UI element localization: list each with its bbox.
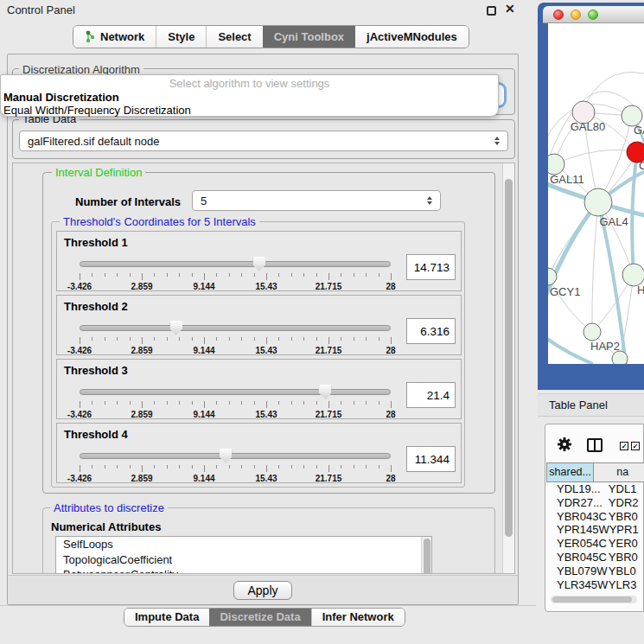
- node-label: HAP2: [590, 340, 620, 353]
- slider-thumb[interactable]: [220, 449, 233, 463]
- list-scrollbar-thumb[interactable]: [424, 539, 430, 574]
- table-cell[interactable]: YIL052C: [546, 591, 609, 593]
- checkbox-icon[interactable]: ✓: [631, 442, 640, 450]
- tab-impute-data[interactable]: Impute Data: [124, 609, 209, 626]
- network-node[interactable]: [583, 323, 601, 341]
- slider-thumb[interactable]: [319, 385, 332, 399]
- attribute-list-item[interactable]: SelfLoops: [56, 537, 431, 552]
- table-row[interactable]: YER054CYER0: [546, 537, 644, 551]
- table-cell[interactable]: YDL19...: [546, 482, 609, 496]
- node-label: GAL4: [599, 215, 628, 228]
- slider-thumb[interactable]: [252, 257, 265, 271]
- tick: [254, 273, 255, 277]
- stepper-arrows-icon[interactable]: [494, 137, 500, 145]
- tick: [391, 337, 392, 344]
- table-cell[interactable]: YBR0: [609, 551, 644, 564]
- threshold-slider[interactable]: -3.4262.8599.14415.4321.71528: [80, 256, 391, 290]
- tab-network[interactable]: Network: [73, 26, 156, 48]
- columns-icon[interactable]: [587, 438, 603, 452]
- column-header-shared-name[interactable]: shared...: [546, 462, 594, 482]
- tab-infer-network[interactable]: Infer Network: [311, 609, 405, 626]
- slider-track[interactable]: [80, 453, 391, 459]
- table-cell[interactable]: YBR043C: [546, 510, 609, 524]
- tick: [328, 273, 329, 280]
- horizontal-scrollbar[interactable]: [551, 596, 637, 603]
- attribute-list-item[interactable]: TopologicalCoefficient: [56, 552, 431, 568]
- tick: [266, 401, 267, 408]
- table-cell[interactable]: YPR145W: [546, 523, 609, 537]
- table-cell[interactable]: YDR2: [609, 496, 644, 510]
- threshold-value-box[interactable]: 6.316: [406, 318, 456, 344]
- table-cell[interactable]: YDL1: [609, 482, 644, 496]
- network-window-titlebar[interactable]: [543, 6, 644, 23]
- threshold-value-box[interactable]: 14.713: [406, 254, 456, 280]
- horizontal-scrollbar-thumb[interactable]: [552, 596, 632, 603]
- network-node[interactable]: [548, 154, 564, 175]
- numerical-attributes-list[interactable]: SelfLoopsTopologicalCoefficientBetweenne…: [55, 536, 432, 574]
- control-panel: Control Panel ✕ Network Style Select Cyn…: [0, 0, 536, 644]
- zoom-traffic-light-icon[interactable]: [588, 10, 598, 20]
- threshold-value-box[interactable]: 11.344: [406, 446, 456, 472]
- dropdown-option-manual-discretization[interactable]: Manual Discretization: [1, 91, 498, 104]
- vertical-scrollbar-thumb[interactable]: [505, 179, 513, 537]
- apply-button[interactable]: Apply: [233, 581, 292, 600]
- close-traffic-light-icon[interactable]: [553, 10, 564, 20]
- tick: [105, 273, 105, 277]
- slider-track[interactable]: [80, 325, 391, 331]
- dropdown-placeholder-option[interactable]: Select algorithm to view settings: [1, 77, 498, 91]
- tab-discretize-data[interactable]: Discretize Data: [209, 609, 310, 626]
- close-icon[interactable]: ✕: [505, 2, 515, 16]
- tick: [154, 401, 155, 405]
- tab-style[interactable]: Style: [156, 26, 206, 48]
- slider-track[interactable]: [80, 261, 391, 267]
- tick-label: 2.859: [131, 346, 152, 355]
- table-data-combobox[interactable]: galFiltered.sif default node: [19, 131, 508, 151]
- float-window-icon[interactable]: [487, 6, 496, 16]
- network-canvas[interactable]: GAL80GACGAL11GAL4GCY1HHAP2: [548, 23, 644, 364]
- slider-thumb[interactable]: [169, 321, 182, 335]
- threshold-value-box[interactable]: 21.4: [406, 382, 456, 408]
- slider-track[interactable]: [80, 389, 391, 395]
- table-cell[interactable]: YLR345W: [546, 578, 609, 592]
- gear-icon[interactable]: [557, 437, 572, 452]
- table-cell[interactable]: YDR27...: [546, 496, 609, 510]
- table-row[interactable]: YLR345WYLR3: [546, 578, 644, 592]
- table-cell[interactable]: YER054C: [546, 537, 609, 551]
- dropdown-option-equal-width[interactable]: Equal Width/Frequency Discretization: [1, 104, 498, 117]
- tab-cyni-toolbox[interactable]: Cyni Toolbox: [263, 26, 355, 48]
- minimize-traffic-light-icon[interactable]: [571, 10, 581, 20]
- attribute-list-item[interactable]: BetweennessCentrality: [56, 567, 431, 574]
- table-row[interactable]: YDL19...YDL1: [546, 482, 644, 496]
- table-cell[interactable]: YPR1: [609, 523, 644, 537]
- table-cell[interactable]: YBR045C: [546, 551, 609, 564]
- table-row[interactable]: YDR27...YDR2: [546, 496, 644, 510]
- number-of-intervals-combobox[interactable]: 5: [192, 190, 441, 211]
- stepper-arrows-icon[interactable]: [427, 196, 432, 205]
- tick: [192, 273, 193, 277]
- table-cell[interactable]: YBL079W: [546, 564, 609, 578]
- table-cell[interactable]: YIL0: [609, 591, 644, 593]
- table-row[interactable]: YBL079WYBL0: [546, 564, 644, 578]
- threshold-slider[interactable]: -3.4262.8599.14415.4321.71528: [80, 320, 391, 354]
- network-node[interactable]: [612, 351, 628, 364]
- list-scrollbar[interactable]: [421, 537, 431, 574]
- threshold-slider[interactable]: -3.4262.8599.14415.4321.71528: [80, 384, 391, 418]
- table-row[interactable]: YBR043CYBR0: [546, 510, 644, 524]
- threshold-slider[interactable]: -3.4262.8599.14415.4321.71528: [80, 448, 391, 482]
- table-cell[interactable]: YBR0: [609, 510, 644, 524]
- network-node[interactable]: [584, 188, 612, 216]
- table-cell[interactable]: YBL0: [609, 564, 644, 578]
- checkbox-icon[interactable]: ✓: [620, 442, 628, 450]
- table-row[interactable]: YIL052CYIL0: [546, 591, 644, 593]
- table-row[interactable]: YBR045CYBR0: [546, 551, 644, 564]
- table-cell[interactable]: YER0: [609, 537, 644, 551]
- table-row[interactable]: YPR145WYPR1: [546, 523, 644, 537]
- tab-select[interactable]: Select: [206, 26, 262, 48]
- column-header-name[interactable]: na: [594, 462, 644, 482]
- tick: [379, 273, 379, 277]
- tab-jactivemnodules[interactable]: jActiveMNodules: [355, 26, 469, 48]
- tick: [117, 401, 118, 405]
- vertical-scrollbar[interactable]: [502, 163, 514, 573]
- table-cell[interactable]: YLR3: [609, 578, 644, 592]
- tick-label: 2.859: [131, 282, 152, 291]
